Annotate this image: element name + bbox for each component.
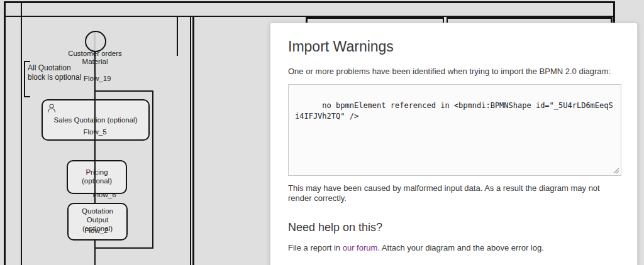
sequence-flow-line-lower[interactable] (94, 241, 96, 265)
dialog-intro-text: One or more problems have been identifie… (288, 67, 619, 77)
subprocess-top-border-2 (447, 17, 612, 19)
bpmn-modeler-canvas: Customer orders Material All Quotationbl… (0, 0, 644, 265)
task-label: Pricing(optional) (68, 168, 126, 185)
error-log-text: no bpmnElement referenced in <bpmndi:BPM… (295, 101, 613, 121)
annotation-bracket-top (24, 61, 30, 62)
error-log-textarea[interactable]: no bpmnElement referenced in <bpmndi:BPM… (288, 84, 621, 176)
lane-divider-stub (177, 16, 178, 56)
user-task-icon (47, 103, 57, 113)
subprocess-top-border-1 (307, 17, 444, 19)
lane-divider-middle (190, 16, 191, 265)
dialog-explanation-text: This may have been caused by malformed i… (288, 183, 619, 203)
start-event-circle[interactable] (85, 31, 106, 52)
flow-19-label: Flow_19 (84, 75, 111, 83)
resize-grip-icon[interactable] (613, 168, 619, 174)
task-label: Sales Quotation (optional) (43, 116, 148, 124)
forum-link[interactable]: our forum (343, 243, 378, 252)
lane-divider-left (21, 1, 22, 265)
flow-2-label: Flow_2 (77, 227, 116, 235)
task-quotation-output[interactable]: QuotationOutput(optional) (67, 203, 128, 241)
task-pricing[interactable]: Pricing(optional) (67, 160, 127, 194)
help-paragraph: File a report in our forum. Attach your … (288, 243, 619, 253)
pool-border-top (4, 1, 615, 3)
annotation-bracket (24, 61, 25, 97)
lane-divider-middle-2 (192, 16, 194, 265)
dialog-title: Import Warnings (288, 38, 619, 55)
pool-border-left (4, 1, 6, 265)
annotation-bracket-bottom (24, 96, 30, 97)
help-heading: Need help on this? (288, 221, 619, 234)
import-warnings-dialog: Import Warnings One or more problems hav… (270, 23, 638, 265)
flow-5-label: Flow_5 (69, 128, 121, 136)
